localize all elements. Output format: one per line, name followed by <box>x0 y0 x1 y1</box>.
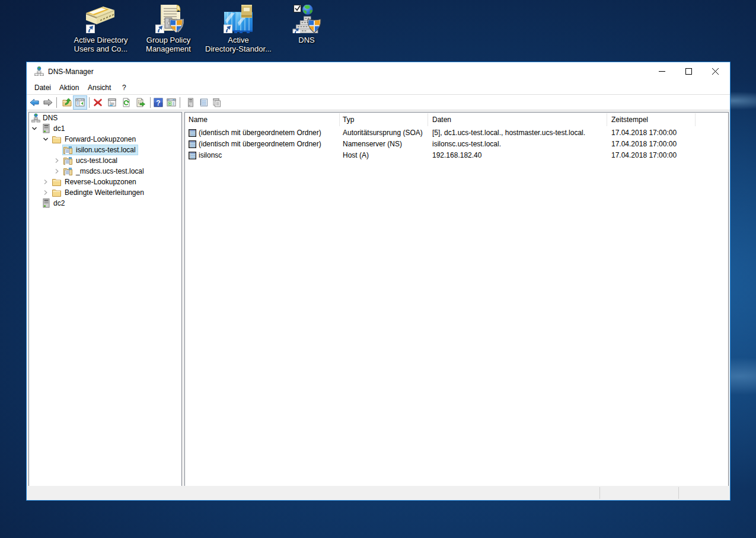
svg-text:?: ? <box>156 99 160 107</box>
